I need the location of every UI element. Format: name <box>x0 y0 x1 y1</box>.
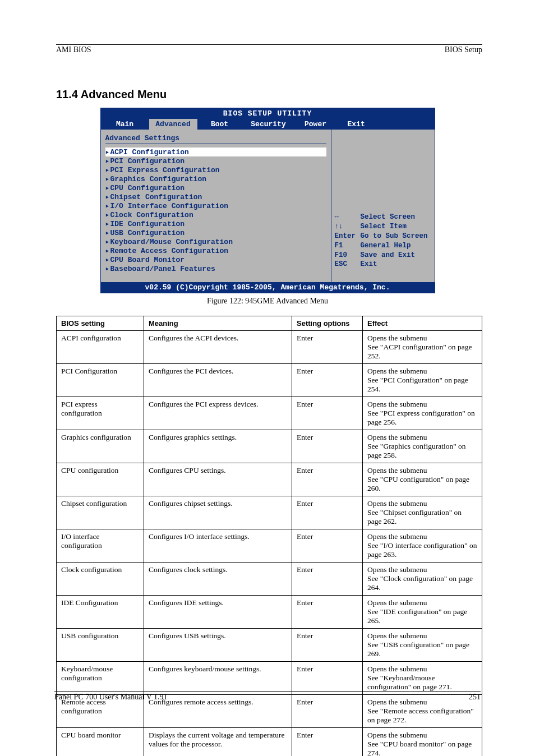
th-setting: BIOS setting <box>57 316 144 331</box>
help-key-icon: Enter <box>335 232 361 241</box>
bios-item[interactable]: ▸IDE Configuration <box>105 219 326 228</box>
help-key-icon: ↔ <box>335 213 361 222</box>
chevron-right-icon: ▸ <box>105 210 110 219</box>
chevron-right-icon: ▸ <box>105 201 110 210</box>
tab-main[interactable]: Main <box>101 119 149 130</box>
bios-item[interactable]: ▸Graphics Configuration <box>105 174 326 183</box>
chevron-right-icon: ▸ <box>105 192 110 201</box>
footer-doc-title: Panel PC 700 User's Manual V 1.91 <box>54 693 168 702</box>
tab-exit[interactable]: Exit <box>336 119 435 130</box>
chevron-right-icon: ▸ <box>105 156 110 165</box>
th-effect: Effect <box>363 316 482 331</box>
bios-item[interactable]: ▸I/O Interface Configuration <box>105 201 326 210</box>
table-row: I/O interface configurationConfigures I/… <box>57 529 482 563</box>
bios-heading: Advanced Settings <box>105 134 326 142</box>
bios-item[interactable]: ▸Keyboard/Mouse Configuration <box>105 237 326 246</box>
bios-screenshot: BIOS SETUP UTILITY Main Advanced Boot Se… <box>100 108 435 293</box>
table-row: PCI express configurationConfigures the … <box>57 397 482 430</box>
chevron-right-icon: ▸ <box>105 264 110 273</box>
table-row: PCI ConfigurationConfigures the PCI devi… <box>57 364 482 397</box>
footer-page-number: 251 <box>469 693 481 702</box>
table-row: CPU configurationConfigures CPU settings… <box>57 463 482 496</box>
bios-item[interactable]: ▸PCI Express Configuration <box>105 165 326 174</box>
table-row: Clock configurationConfigures clock sett… <box>57 563 482 596</box>
help-key-icon: F1 <box>335 241 361 251</box>
bios-tab-bar: Main Advanced Boot Security Power Exit <box>101 119 435 130</box>
table-row: Keyboard/mouse configurationConfigures k… <box>57 662 482 695</box>
table-row: ACPI configurationConfigures the ACPI de… <box>57 331 482 364</box>
chevron-right-icon: ▸ <box>105 246 110 255</box>
help-key-icon: F10 <box>335 251 361 260</box>
chevron-right-icon: ▸ <box>105 219 110 228</box>
header-right: BIOS Setup <box>445 45 482 54</box>
th-meaning: Meaning <box>144 316 292 331</box>
section-title: 11.4 Advanced Menu <box>56 88 479 101</box>
tab-boot[interactable]: Boot <box>197 119 242 130</box>
tab-advanced[interactable]: Advanced <box>149 119 197 130</box>
bios-item[interactable]: ▸Remote Access Configuration <box>105 246 326 255</box>
bios-item[interactable]: ▸ACPI Configuration <box>105 147 326 156</box>
bios-help-pane: ↔Select Screen ↑↓Select Item EnterGo to … <box>331 130 435 282</box>
bios-title: BIOS SETUP UTILITY <box>101 108 435 119</box>
chevron-right-icon: ▸ <box>105 183 110 192</box>
table-row: Graphics configurationConfigures graphic… <box>57 430 482 463</box>
header-left: AMI BIOS <box>56 45 91 54</box>
bios-item[interactable]: ▸CPU Configuration <box>105 183 326 192</box>
chevron-right-icon: ▸ <box>105 237 110 246</box>
help-key-icon: ESC <box>335 260 361 269</box>
figure-label: Figure 122: 945GME Advanced Menu <box>56 297 479 306</box>
chevron-right-icon: ▸ <box>105 255 110 264</box>
bios-item[interactable]: ▸PCI Configuration <box>105 156 326 165</box>
chevron-right-icon: ▸ <box>105 147 110 156</box>
help-key-icon: ↑↓ <box>335 222 361 232</box>
table-row: Chipset configurationConfigures chipset … <box>57 496 482 529</box>
bios-item[interactable]: ▸CPU Board Monitor <box>105 255 326 264</box>
tab-security[interactable]: Security <box>242 119 295 130</box>
feature-table: BIOS setting Meaning Setting options Eff… <box>56 316 482 756</box>
bios-item[interactable]: ▸Baseboard/Panel Features <box>105 264 326 273</box>
chevron-right-icon: ▸ <box>105 228 110 237</box>
chevron-right-icon: ▸ <box>105 174 110 183</box>
table-row: USB configurationConfigures USB settings… <box>57 629 482 662</box>
chevron-right-icon: ▸ <box>105 165 110 174</box>
table-row: CPU board monitorDisplays the current vo… <box>57 728 482 757</box>
bios-item[interactable]: ▸Clock Configuration <box>105 210 326 219</box>
bios-copyright: v02.59 (C)Copyright 1985-2005, American … <box>101 282 435 293</box>
bios-item[interactable]: ▸USB Configuration <box>105 228 326 237</box>
bios-item[interactable]: ▸Chipset Configuration <box>105 192 326 201</box>
table-row: IDE ConfigurationConfigures IDE settings… <box>57 596 482 629</box>
th-options: Setting options <box>292 316 363 331</box>
tab-power[interactable]: Power <box>295 119 336 130</box>
